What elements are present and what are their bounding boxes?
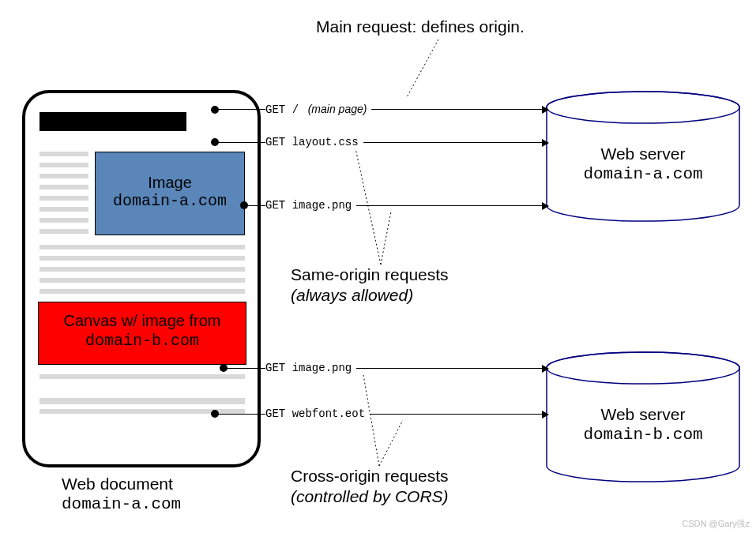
text-line xyxy=(39,185,88,190)
server-a-domain: domain-a.com xyxy=(545,164,741,185)
title-bar xyxy=(39,112,186,131)
server-b-title: Web server xyxy=(545,404,741,425)
server-b-label: Web server domain-b.com xyxy=(545,404,741,446)
server-a-label: Web server domain-a.com xyxy=(545,144,741,186)
request-stub xyxy=(215,109,265,110)
request-image-a: GET image.png xyxy=(265,199,548,212)
server-domain-b: Web server domain-b.com xyxy=(545,351,741,483)
text-line xyxy=(39,174,88,178)
image-block-label: Image xyxy=(96,173,244,192)
request-arrow xyxy=(370,414,548,415)
request-arrow xyxy=(356,368,548,369)
request-image-b: GET image.png xyxy=(265,362,548,374)
request-main-text: GET / (main page) xyxy=(265,103,367,116)
request-main: GET / (main page) xyxy=(265,103,548,116)
text-line xyxy=(39,267,245,272)
request-stub xyxy=(215,414,265,415)
text-line xyxy=(39,398,245,404)
doc-caption-line2: domain-a.com xyxy=(62,494,267,515)
request-stub xyxy=(224,368,265,369)
annotation-same-origin: Same-origin requests (always allowed) xyxy=(291,265,449,306)
canvas-block-domain-b: Canvas w/ image from domain-b.com xyxy=(38,302,246,365)
title-main-request: Main request: defines origin. xyxy=(316,17,525,36)
request-css: GET layout.css xyxy=(265,136,548,148)
text-line xyxy=(39,278,245,283)
image-block-domain: domain-a.com xyxy=(96,192,244,211)
web-document: Image domain-a.com Canvas w/ image from … xyxy=(22,90,261,467)
svg-line-2 xyxy=(381,212,391,265)
request-webfont-text: GET webfont.eot xyxy=(265,407,365,420)
server-b-domain: domain-b.com xyxy=(545,425,741,445)
request-stub xyxy=(244,205,265,206)
annotation-cross-origin: Cross-origin requests (controlled by COR… xyxy=(291,466,449,508)
text-line xyxy=(39,289,245,294)
request-webfont: GET webfont.eot xyxy=(265,407,548,420)
watermark: CSDN @Gary强z xyxy=(682,518,750,530)
text-line xyxy=(39,207,88,212)
anno-same-line2: (always allowed) xyxy=(291,285,449,306)
svg-line-4 xyxy=(379,420,403,466)
svg-line-3 xyxy=(363,375,379,466)
server-a-title: Web server xyxy=(545,144,741,164)
request-image-b-text: GET image.png xyxy=(265,362,352,374)
svg-line-0 xyxy=(407,39,438,97)
anno-cross-line1: Cross-origin requests xyxy=(291,466,449,486)
request-image-a-text: GET image.png xyxy=(265,199,352,212)
image-block-domain-a: Image domain-a.com xyxy=(95,152,245,235)
text-line xyxy=(39,245,245,250)
text-line xyxy=(39,218,88,223)
doc-caption-line1: Web document xyxy=(62,474,267,494)
canvas-block-domain: domain-b.com xyxy=(39,331,246,351)
text-line xyxy=(39,196,88,201)
text-line xyxy=(39,152,88,156)
request-css-text: GET layout.css xyxy=(265,136,359,148)
request-arrow xyxy=(363,142,548,143)
request-arrow xyxy=(371,109,548,110)
text-line xyxy=(39,374,245,379)
server-domain-a: Web server domain-a.com xyxy=(545,90,741,223)
request-arrow xyxy=(356,205,548,206)
canvas-block-label: Canvas w/ image from xyxy=(39,310,246,331)
request-stub xyxy=(215,142,265,143)
text-line xyxy=(39,229,88,234)
anno-same-line1: Same-origin requests xyxy=(291,265,449,285)
text-line xyxy=(39,256,245,261)
anno-cross-line2: (controlled by CORS) xyxy=(291,486,449,507)
web-document-caption: Web document domain-a.com xyxy=(62,474,267,516)
text-line xyxy=(39,163,88,167)
